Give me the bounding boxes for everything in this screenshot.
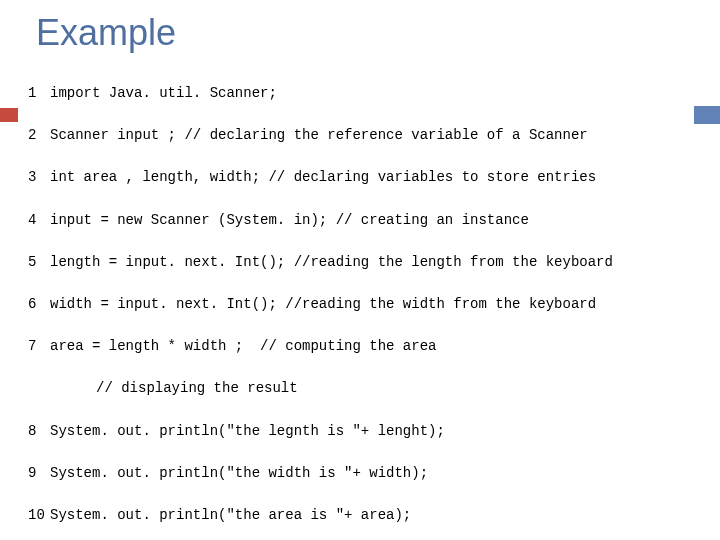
code-text: area = length * width ; // computing the…: [50, 337, 436, 355]
line-number: 2: [28, 126, 50, 144]
code-line: 7 area = length * width ; // computing t…: [28, 337, 692, 355]
line-number: 1: [28, 84, 50, 102]
line-number: 7: [28, 337, 50, 355]
line-number: 10: [28, 506, 50, 524]
code-line: 9 System. out. println("the width is "+ …: [28, 464, 692, 482]
left-accent-bar: [0, 108, 18, 122]
code-text: input = new Scanner (System. in); // cre…: [50, 211, 529, 229]
line-number: 5: [28, 253, 50, 271]
code-block: 1 import Java. util. Scanner; 2 Scanner …: [0, 54, 720, 524]
code-line: 4 input = new Scanner (System. in); // c…: [28, 211, 692, 229]
code-text: System. out. println("the area is "+ are…: [50, 506, 411, 524]
code-text: length = input. next. Int(); //reading t…: [50, 253, 613, 271]
code-line: 5 length = input. next. Int(); //reading…: [28, 253, 692, 271]
code-line: 3 int area , length, width; // declaring…: [28, 168, 692, 186]
code-text: width = input. next. Int(); //reading th…: [50, 295, 596, 313]
code-line: 10 System. out. println("the area is "+ …: [28, 506, 692, 524]
line-number: 4: [28, 211, 50, 229]
line-number: 3: [28, 168, 50, 186]
code-text: import Java. util. Scanner;: [50, 84, 277, 102]
code-text: System. out. println("the width is "+ wi…: [50, 464, 428, 482]
code-text: System. out. println("the legnth is "+ l…: [50, 422, 445, 440]
line-number: 8: [28, 422, 50, 440]
code-line: 6 width = input. next. Int(); //reading …: [28, 295, 692, 313]
code-text: Scanner input ; // declaring the referen…: [50, 126, 588, 144]
code-line: 2 Scanner input ; // declaring the refer…: [28, 126, 692, 144]
page-title: Example: [0, 0, 720, 54]
line-number: 9: [28, 464, 50, 482]
code-line: 1 import Java. util. Scanner;: [28, 84, 692, 102]
code-line: 8 System. out. println("the legnth is "+…: [28, 422, 692, 440]
line-number: 6: [28, 295, 50, 313]
code-text: int area , length, width; // declaring v…: [50, 168, 596, 186]
right-accent-bar: [694, 106, 720, 124]
code-comment: // displaying the result: [28, 379, 692, 397]
